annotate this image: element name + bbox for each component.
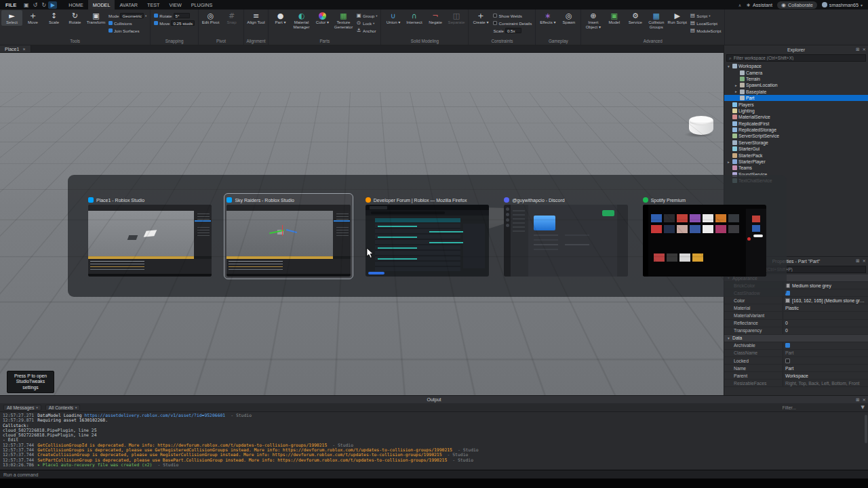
window-card-discord[interactable]: @guywithapcio - Discord [501,193,630,279]
checkbox[interactable] [785,359,790,363]
property-value[interactable]: Plastic [783,304,868,311]
ribbon-button-model[interactable]: ▣Model [604,10,625,26]
assistant-button[interactable]: ∗ Assistant [746,2,772,8]
property-value[interactable]: 0 [783,327,868,334]
ribbon-button-move[interactable]: +Move [22,10,43,26]
undo-icon[interactable]: ↺ [31,2,39,8]
property-value[interactable]: [163, 162, 165] (Medium stone gr… [783,297,868,304]
ribbon-item-show-welds[interactable]: Show Welds [493,13,532,18]
ribbon-button-spawn[interactable]: ◎Spawn [558,10,579,26]
checkbox[interactable] [493,21,497,25]
tree-arrow-icon[interactable]: ▸ [734,83,738,87]
explorer-item-starterpack[interactable]: StarterPack [724,152,868,158]
explorer-item-spawnlocation[interactable]: ▸SpawnLocation [724,82,868,88]
explorer-item-players[interactable]: Players [724,101,868,107]
property-value[interactable]: Right, Top, Back, Left, Bottom, Front [783,380,868,386]
property-value[interactable] [783,357,868,364]
save-icon[interactable]: ▣ [22,2,31,8]
explorer-item-lighting[interactable]: Lighting [724,108,868,114]
ribbon-item-anchor[interactable]: ⚓Anchor [356,28,377,33]
menu-tab-model[interactable]: MODEL [88,0,115,9]
property-value[interactable] [783,289,868,296]
cylinder-part[interactable] [689,116,713,136]
ribbon-button-union[interactable]: ∪Union ▾ [382,10,403,26]
close-icon[interactable]: × [863,47,866,52]
menu-tab-view[interactable]: VIEW [164,0,186,9]
play-icon[interactable]: ▶ [48,1,57,9]
popout-icon[interactable]: ⊞ [856,258,859,264]
explorer-filter[interactable]: ⌕ [726,54,866,62]
ribbon-button-select[interactable]: ►Select [1,10,22,26]
ribbon-item-value[interactable]: 0.5x [505,28,521,33]
menu-tab-plugins[interactable]: PLUGINS [186,0,218,9]
tree-arrow-icon[interactable]: ▾ [726,64,731,68]
explorer-item-camera[interactable]: Camera [724,69,868,75]
ribbon-button-negate[interactable]: ¬Negate [425,10,446,26]
ribbon-button-intersect[interactable]: ∩Intersect [403,10,425,26]
ribbon-item-constraint-details[interactable]: Constraint Details [493,20,532,26]
ribbon-item-value[interactable]: Geometric [120,13,144,18]
file-menu[interactable]: FILE [0,2,22,8]
ribbon-button-collision-groups[interactable]: ▦Collision Groups [646,10,667,30]
tab-place1[interactable]: Place1 × [0,45,31,52]
ribbon-button-material-manager[interactable]: ◐Material Manager [291,10,312,30]
property-value[interactable]: Part [783,350,868,357]
chevron-up-icon[interactable]: ∧ [738,3,741,7]
menu-tab-home[interactable]: HOME [64,0,88,9]
window-card-sky-raiders-roblox-studio[interactable]: Sky Raiders - Roblox Studio [224,193,353,279]
explorer-item-serverstorage[interactable]: ServerStorage [724,140,868,146]
ribbon-item-lock[interactable]: ⊙Lock▾ [356,20,377,26]
explorer-item-baseplate[interactable]: ▸Baseplate [724,89,868,95]
explorer-item-serverscriptservice[interactable]: ServerScriptService [724,133,868,139]
ribbon-button-scale[interactable]: ↕Scale [43,10,64,26]
close-icon[interactable]: × [863,258,866,264]
property-value[interactable]: Medium stone grey [783,282,868,289]
ribbon-item-join-surfaces[interactable]: Join Surfaces [108,28,146,33]
window-card-developer-forum-firefox[interactable]: Developer Forum | Roblox — Mozilla Firef… [363,193,492,279]
menu-tab-test[interactable]: TEST [142,0,164,9]
property-value[interactable]: Part [783,365,868,371]
command-bar[interactable] [0,470,868,479]
ribbon-button-transform[interactable]: ▣Transform [85,10,106,26]
user-menu[interactable]: smashman65 ▾ [822,2,863,8]
properties-section-data[interactable]: ▾Data [724,335,868,342]
property-value[interactable] [783,312,868,319]
tree-arrow-icon[interactable]: ▸ [726,160,731,164]
menu-tab-avatar[interactable]: AVATAR [115,0,142,9]
property-value[interactable] [783,342,868,349]
explorer-filter-input[interactable] [734,56,863,60]
ribbon-item-value[interactable]: 5° [174,13,190,18]
ribbon-button-align-tool[interactable]: ≡Align Tool [245,10,267,26]
ribbon-item-mode[interactable]: ModeGeometric▾ [108,13,146,18]
redo-icon[interactable]: ↻ [39,2,48,8]
ribbon-item-script[interactable]: ▤Script▾ [690,13,721,18]
ribbon-button-create[interactable]: +Create ▾ [470,10,491,26]
checkbox[interactable] [108,21,113,25]
property-value[interactable]: 0 [783,320,868,327]
filter-funnel-icon[interactable]: ▼ [861,405,865,410]
checkbox[interactable] [108,28,113,33]
ribbon-button-effects[interactable]: ∗Effects ▾ [537,10,558,26]
window-card-place1-roblox-studio[interactable]: Place1 - Roblox Studio [85,193,214,279]
explorer-item-part[interactable]: Part [724,95,868,101]
ribbon-button-edit-pivot[interactable]: ◎Edit Pivot [200,10,221,26]
output-filter-input[interactable] [783,405,857,410]
popout-icon[interactable]: ⊞ [856,397,859,403]
command-input[interactable] [3,472,865,477]
ribbon-item-move[interactable]: Move0.25 studs [154,20,195,26]
checkbox[interactable] [154,14,158,18]
ribbon-item-localscript[interactable]: ▤LocalScript [690,20,721,26]
explorer-item-terrain[interactable]: Terrain [724,76,868,82]
output-scrollbar[interactable] [865,415,867,443]
explorer-item-workspace[interactable]: ▾Workspace [724,63,868,69]
ribbon-button-insert-object[interactable]: ⊕Insert Object ▾ [583,10,604,30]
explorer-item-teams[interactable]: Teams [724,165,868,171]
explorer-item-replicatedfirst[interactable]: ReplicatedFirst [724,121,868,127]
checkbox[interactable] [154,21,158,25]
collaborate-button[interactable]: ◉ Collaborate [777,1,817,9]
window-card-spotify[interactable]: Spotify Premium [640,193,769,279]
explorer-item-starterplayer[interactable]: ▸StarterPlayer [724,159,868,165]
checkbox[interactable] [785,343,790,348]
explorer-item-materialservice[interactable]: MaterialService [724,114,868,120]
contexts-filter-dropdown[interactable]: All Contexts ▾ [45,405,81,411]
